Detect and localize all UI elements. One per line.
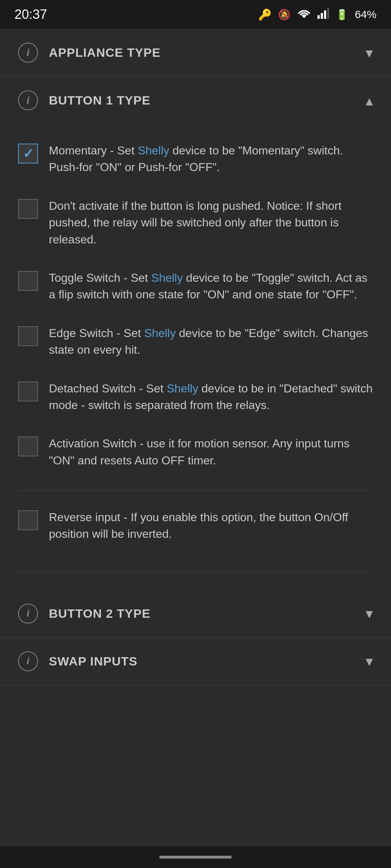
signal-icon bbox=[318, 8, 329, 21]
divider-1 bbox=[18, 490, 373, 491]
appliance-type-info-icon: i bbox=[18, 43, 38, 63]
option-activation-text: Activation Switch - use it for motion se… bbox=[49, 435, 373, 469]
option-momentary-text: Momentary - Set Shelly device to be "Mom… bbox=[49, 142, 373, 176]
key-icon: 🔑 bbox=[258, 8, 272, 21]
button1-options-container: Momentary - Set Shelly device to be "Mom… bbox=[0, 124, 391, 487]
svg-rect-2 bbox=[324, 10, 326, 19]
button2-type-info-icon: i bbox=[18, 604, 38, 624]
option-reverse-input[interactable]: Reverse input - If you enable this optio… bbox=[18, 498, 373, 553]
status-time: 20:37 bbox=[14, 7, 47, 22]
button2-type-title: BUTTON 2 TYPE bbox=[49, 607, 366, 621]
option-activation[interactable]: Activation Switch - use it for motion se… bbox=[18, 424, 373, 480]
option-edge[interactable]: Edge Switch - Set Shelly device to be "E… bbox=[18, 314, 373, 369]
option-edge-text: Edge Switch - Set Shelly device to be "E… bbox=[49, 325, 373, 358]
swap-inputs-info-icon: i bbox=[18, 651, 38, 671]
swap-inputs-chevron: ▾ bbox=[366, 653, 373, 669]
checkbox-momentary[interactable] bbox=[18, 144, 38, 163]
option-toggle-text: Toggle Switch - Set Shelly device to be … bbox=[49, 269, 373, 303]
option-reverse-input-text: Reverse input - If you enable this optio… bbox=[49, 509, 373, 542]
svg-rect-1 bbox=[321, 13, 323, 19]
appliance-type-row[interactable]: i APPLIANCE TYPE ▾ bbox=[0, 29, 391, 77]
button1-type-row[interactable]: i BUTTON 1 TYPE ▴ bbox=[0, 77, 391, 124]
appliance-type-title: APPLIANCE TYPE bbox=[49, 46, 366, 60]
checkbox-detached[interactable] bbox=[18, 382, 38, 401]
checkbox-activation[interactable] bbox=[18, 437, 38, 456]
svg-rect-0 bbox=[318, 15, 320, 19]
option-detached[interactable]: Detached Switch - Set Shelly device to b… bbox=[18, 369, 373, 425]
wifi-icon bbox=[297, 8, 311, 21]
button2-type-row[interactable]: i BUTTON 2 TYPE ▾ bbox=[0, 590, 391, 638]
button2-type-chevron: ▾ bbox=[366, 605, 373, 622]
bottom-nav-bar bbox=[0, 846, 391, 868]
option-momentary[interactable]: Momentary - Set Shelly device to be "Mom… bbox=[18, 131, 373, 187]
status-bar: 20:37 🔑 🔕 🔋 64% bbox=[0, 0, 391, 29]
checkbox-long-push[interactable] bbox=[18, 199, 38, 219]
swap-inputs-row[interactable]: i SWAP INPUTS ▾ bbox=[0, 638, 391, 685]
option-toggle[interactable]: Toggle Switch - Set Shelly device to be … bbox=[18, 259, 373, 314]
bottom-home-indicator[interactable] bbox=[159, 856, 232, 859]
checkbox-toggle[interactable] bbox=[18, 271, 38, 291]
checkbox-reverse-input[interactable] bbox=[18, 510, 38, 530]
option-long-push-text: Don't activate if the button is long pus… bbox=[49, 197, 373, 248]
button1-type-chevron: ▴ bbox=[366, 92, 373, 109]
status-icons: 🔑 🔕 🔋 64% bbox=[258, 8, 377, 21]
checkbox-edge[interactable] bbox=[18, 326, 38, 346]
option-detached-text: Detached Switch - Set Shelly device to b… bbox=[49, 380, 373, 414]
shelly-link-2: Shelly bbox=[151, 271, 183, 284]
option-long-push[interactable]: Don't activate if the button is long pus… bbox=[18, 187, 373, 259]
reverse-input-container: Reverse input - If you enable this optio… bbox=[0, 494, 391, 568]
bell-off-icon: 🔕 bbox=[278, 9, 291, 21]
swap-inputs-title: SWAP INPUTS bbox=[49, 654, 366, 668]
battery-icon: 🔋 bbox=[336, 9, 348, 21]
appliance-type-chevron: ▾ bbox=[366, 44, 373, 61]
svg-rect-3 bbox=[327, 8, 329, 19]
shelly-link-3: Shelly bbox=[144, 327, 176, 340]
shelly-link-1: Shelly bbox=[138, 144, 169, 157]
battery-level: 64% bbox=[355, 8, 377, 21]
shelly-link-4: Shelly bbox=[167, 382, 198, 395]
divider-2 bbox=[18, 571, 373, 572]
button1-type-info-icon: i bbox=[18, 90, 38, 110]
button1-type-title: BUTTON 1 TYPE bbox=[49, 93, 366, 107]
